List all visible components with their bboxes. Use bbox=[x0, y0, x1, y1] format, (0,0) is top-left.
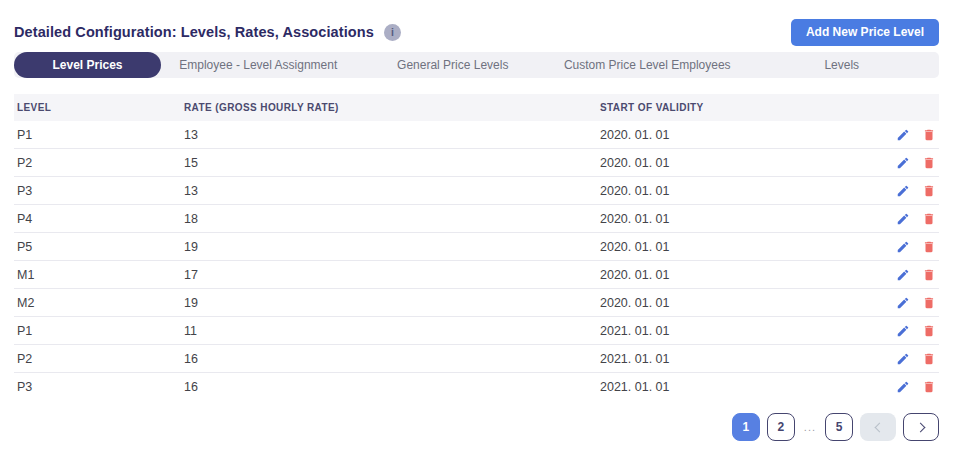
delete-button[interactable] bbox=[922, 296, 936, 310]
tab-levels[interactable]: Levels bbox=[745, 52, 940, 78]
chevron-right-icon bbox=[915, 422, 925, 432]
edit-icon[interactable] bbox=[896, 324, 910, 338]
delete-button[interactable] bbox=[922, 212, 936, 226]
tab-employee-level-assignment[interactable]: Employee - Level Assignment bbox=[161, 52, 356, 78]
table-row: M2192020. 01. 01 bbox=[14, 289, 939, 317]
cell-rate: 18 bbox=[181, 212, 597, 226]
edit-button[interactable] bbox=[896, 184, 910, 198]
tab-bar: Level PricesEmployee - Level AssignmentG… bbox=[14, 52, 939, 78]
cell-validity: 2021. 01. 01 bbox=[597, 380, 869, 394]
delete-button[interactable] bbox=[922, 184, 936, 198]
row-actions bbox=[869, 184, 939, 198]
table-header-row: LEVELRATE (GROSS HOURLY RATE)START OF VA… bbox=[14, 94, 939, 121]
pagination-ellipsis: ... bbox=[804, 421, 816, 433]
cell-rate: 15 bbox=[181, 156, 597, 170]
cell-validity: 2020. 01. 01 bbox=[597, 268, 869, 282]
column-header-level: LEVEL bbox=[14, 102, 181, 113]
row-actions bbox=[869, 128, 939, 142]
delete-button[interactable] bbox=[922, 240, 936, 254]
edit-button[interactable] bbox=[896, 156, 910, 170]
cell-level: M2 bbox=[14, 296, 181, 310]
page-1-button[interactable]: 1 bbox=[732, 413, 760, 441]
edit-icon[interactable] bbox=[896, 352, 910, 366]
cell-level: P3 bbox=[14, 184, 181, 198]
edit-icon[interactable] bbox=[896, 128, 910, 142]
row-actions bbox=[869, 268, 939, 282]
cell-validity: 2020. 01. 01 bbox=[597, 212, 869, 226]
edit-button[interactable] bbox=[896, 212, 910, 226]
table-row: P1112021. 01. 01 bbox=[14, 317, 939, 345]
cell-level: P1 bbox=[14, 324, 181, 338]
page-5-button[interactable]: 5 bbox=[825, 413, 853, 441]
add-new-price-level-button[interactable]: Add New Price Level bbox=[791, 19, 939, 46]
cell-level: P5 bbox=[14, 240, 181, 254]
edit-icon[interactable] bbox=[896, 296, 910, 310]
table-row: P5192020. 01. 01 bbox=[14, 233, 939, 261]
cell-rate: 13 bbox=[181, 184, 597, 198]
next-page-button[interactable] bbox=[903, 413, 939, 441]
cell-validity: 2020. 01. 01 bbox=[597, 240, 869, 254]
table-row: P1132020. 01. 01 bbox=[14, 121, 939, 149]
edit-button[interactable] bbox=[896, 380, 910, 394]
cell-level: P4 bbox=[14, 212, 181, 226]
cell-validity: 2020. 01. 01 bbox=[597, 184, 869, 198]
column-header-start-of-validity: START OF VALIDITY bbox=[597, 102, 869, 113]
tab-custom-price-level-employees[interactable]: Custom Price Level Employees bbox=[550, 52, 745, 78]
info-icon[interactable]: i bbox=[384, 24, 401, 41]
top-bar: Detailed Configuration: Levels, Rates, A… bbox=[14, 0, 939, 48]
edit-button[interactable] bbox=[896, 268, 910, 282]
tab-level-prices[interactable]: Level Prices bbox=[14, 52, 161, 78]
delete-icon[interactable] bbox=[922, 352, 936, 366]
tab-general-price-levels[interactable]: General Price Levels bbox=[356, 52, 551, 78]
edit-button[interactable] bbox=[896, 324, 910, 338]
delete-icon[interactable] bbox=[922, 128, 936, 142]
delete-icon[interactable] bbox=[922, 268, 936, 282]
cell-level: P1 bbox=[14, 128, 181, 142]
table-row: P2152020. 01. 01 bbox=[14, 149, 939, 177]
delete-icon[interactable] bbox=[922, 324, 936, 338]
delete-button[interactable] bbox=[922, 380, 936, 394]
delete-icon[interactable] bbox=[922, 156, 936, 170]
edit-icon[interactable] bbox=[896, 156, 910, 170]
delete-button[interactable] bbox=[922, 268, 936, 282]
row-actions bbox=[869, 352, 939, 366]
delete-button[interactable] bbox=[922, 128, 936, 142]
cell-rate: 11 bbox=[181, 324, 597, 338]
edit-button[interactable] bbox=[896, 296, 910, 310]
table-row: M1172020. 01. 01 bbox=[14, 261, 939, 289]
chevron-left-icon bbox=[874, 422, 884, 432]
detailed-configuration-page: Detailed Configuration: Levels, Rates, A… bbox=[0, 0, 953, 441]
edit-button[interactable] bbox=[896, 352, 910, 366]
edit-button[interactable] bbox=[896, 240, 910, 254]
edit-icon[interactable] bbox=[896, 380, 910, 394]
cell-validity: 2020. 01. 01 bbox=[597, 156, 869, 170]
price-levels-table: LEVELRATE (GROSS HOURLY RATE)START OF VA… bbox=[14, 94, 939, 401]
cell-level: P3 bbox=[14, 380, 181, 394]
edit-icon[interactable] bbox=[896, 184, 910, 198]
delete-button[interactable] bbox=[922, 324, 936, 338]
table-row: P4182020. 01. 01 bbox=[14, 205, 939, 233]
cell-rate: 13 bbox=[181, 128, 597, 142]
edit-icon[interactable] bbox=[896, 268, 910, 282]
delete-icon[interactable] bbox=[922, 240, 936, 254]
delete-button[interactable] bbox=[922, 156, 936, 170]
cell-level: P2 bbox=[14, 352, 181, 366]
delete-icon[interactable] bbox=[922, 184, 936, 198]
row-actions bbox=[869, 156, 939, 170]
delete-icon[interactable] bbox=[922, 212, 936, 226]
delete-icon[interactable] bbox=[922, 296, 936, 310]
edit-icon[interactable] bbox=[896, 240, 910, 254]
cell-rate: 19 bbox=[181, 240, 597, 254]
previous-page-button[interactable] bbox=[860, 413, 896, 441]
edit-icon[interactable] bbox=[896, 212, 910, 226]
edit-button[interactable] bbox=[896, 128, 910, 142]
cell-rate: 16 bbox=[181, 352, 597, 366]
page-2-button[interactable]: 2 bbox=[767, 413, 795, 441]
cell-validity: 2021. 01. 01 bbox=[597, 324, 869, 338]
delete-icon[interactable] bbox=[922, 380, 936, 394]
cell-rate: 19 bbox=[181, 296, 597, 310]
cell-rate: 16 bbox=[181, 380, 597, 394]
table-row: P3132020. 01. 01 bbox=[14, 177, 939, 205]
cell-level: P2 bbox=[14, 156, 181, 170]
delete-button[interactable] bbox=[922, 352, 936, 366]
